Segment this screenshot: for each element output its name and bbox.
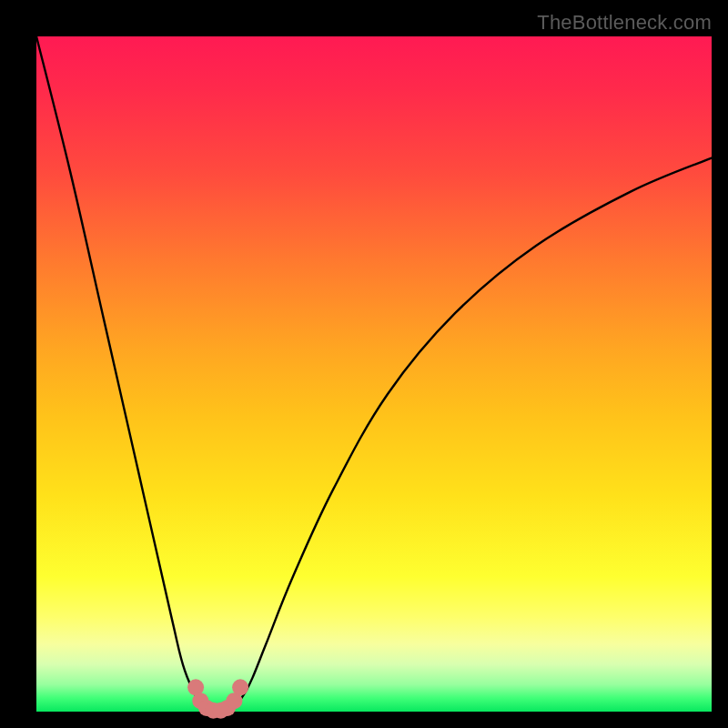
trough-markers: [187, 679, 248, 718]
curve-layer: [36, 36, 712, 712]
chart-frame: TheBottleneck.com: [0, 0, 728, 728]
bottleneck-curve: [36, 36, 712, 712]
watermark-text: TheBottleneck.com: [537, 11, 712, 35]
plot-area: [36, 36, 712, 712]
trough-marker: [232, 679, 248, 695]
